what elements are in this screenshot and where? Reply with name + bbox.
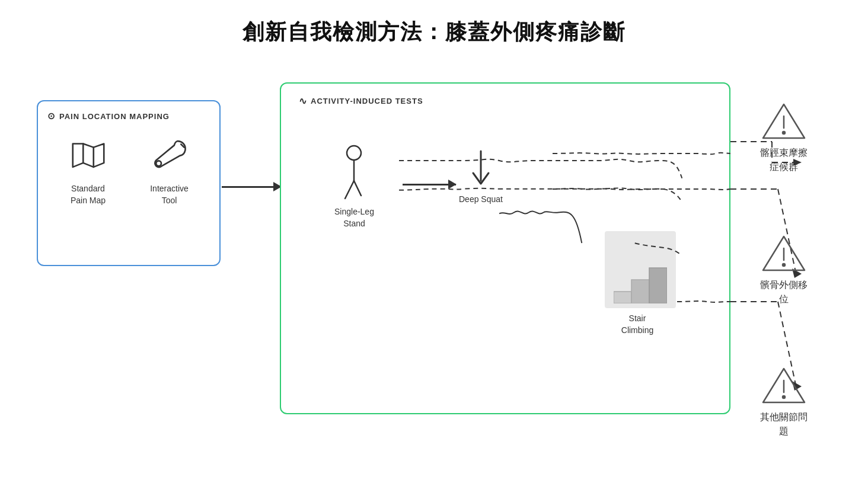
stair-climbing-item [605,231,676,308]
deep-squat-item: Deep Squat [459,148,503,204]
diagnosis-item-1: 髂脛束摩擦症候群 [725,100,843,174]
standard-pain-map-item: StandardPain Map [68,133,109,206]
svg-point-24 [783,264,785,266]
svg-line-5 [345,181,354,199]
svg-rect-8 [614,292,631,303]
single-leg-stand-item: Single-LegStand [334,142,374,229]
stair-climbing-label: StairClimbing [602,313,673,336]
activity-content: Single-LegStand Deep Squat [299,124,711,397]
activity-title: ACTIVITY-INDUCED TESTS [311,97,423,105]
diagnosis-label-2: 髕骨外側移位 [760,278,808,306]
single-leg-stand-label: Single-LegStand [334,206,374,229]
svg-rect-10 [649,268,667,303]
pain-location-header: ⊙ PAIN LOCATION MAPPING [47,111,210,121]
diagram-area: ⊙ PAIN LOCATION MAPPING StandardPain Map [25,71,843,474]
diagnosis-label-3: 其他關節問題 [760,410,808,439]
interactive-tool-label: InteractiveTool [150,183,189,206]
svg-point-26 [783,396,785,398]
pain-location-box: ⊙ PAIN LOCATION MAPPING StandardPain Map [37,100,221,266]
page-title: 創新自我檢測方法：膝蓋外側疼痛診斷 [242,18,626,47]
svg-point-3 [347,146,361,160]
deep-squat-label: Deep Squat [459,194,503,204]
arrow-pain-to-activity [222,186,281,188]
diagnosis-item-2: 髕骨外側移位 [725,232,843,306]
down-arrow-icon [469,148,493,190]
activity-wave-icon: ∿ [299,95,307,107]
main-container: 創新自我檢測方法：膝蓋外側疼痛診斷 ⊙ PAIN LOCATION MAPPIN… [0,0,868,483]
wrench-icon [149,133,190,177]
svg-line-6 [354,181,361,196]
diagnosis-label-1: 髂脛束摩擦症候群 [760,146,808,174]
pain-icons-row: StandardPain Map InteractiveTool [47,133,210,206]
activity-header: ∿ ACTIVITY-INDUCED TESTS [299,95,711,107]
standard-pain-map-label: StandardPain Map [71,183,106,206]
svg-point-2 [156,161,161,166]
pin-icon: ⊙ [47,111,56,121]
svg-point-22 [783,132,785,134]
map-icon [68,133,109,177]
arrow-stand-to-squat [403,184,456,185]
diagnosis-area: 髂脛束摩擦症候群 髕骨外側移位 其他關節問題 [725,71,843,462]
pain-location-title: PAIN LOCATION MAPPING [59,112,170,121]
activity-box: ∿ ACTIVITY-INDUCED TESTS [280,82,730,414]
svg-rect-9 [631,280,649,303]
interactive-tool-item: InteractiveTool [149,133,190,206]
diagnosis-item-3: 其他關節問題 [725,364,843,439]
